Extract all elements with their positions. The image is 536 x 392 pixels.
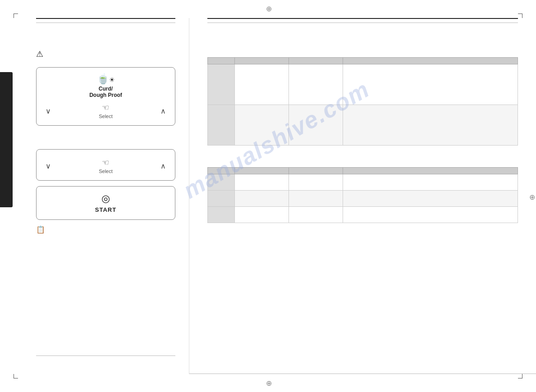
start-label: START bbox=[95, 206, 116, 213]
right-column bbox=[189, 18, 536, 374]
curd-icon: 🍵☀ bbox=[97, 73, 115, 85]
warning-icon: ⚠ bbox=[36, 49, 43, 59]
curd-nav-row: ∨ ☜ Select ∧ bbox=[41, 100, 170, 120]
top-rule-thin bbox=[36, 23, 175, 23]
table1-cell-0-0 bbox=[208, 64, 235, 105]
note-icon: 📋 bbox=[36, 225, 45, 234]
table1-header-1 bbox=[235, 58, 289, 64]
corner-tl bbox=[14, 14, 18, 18]
table2-header-3 bbox=[343, 168, 518, 174]
table1-cell-0-3 bbox=[343, 64, 518, 105]
right-top-rule-thick bbox=[207, 18, 518, 19]
table2-cell-0-0 bbox=[208, 174, 235, 191]
left-column: ⚠ 🍵☀ Curd/Dough Proof ∨ ☜ Select ∧ ∨ bbox=[0, 18, 189, 374]
table2-cell-1-0 bbox=[208, 191, 235, 207]
table2-row-2 bbox=[208, 207, 518, 223]
table1-cell-1-3 bbox=[343, 105, 518, 146]
select-nav-panel: ∨ ☜ Select ∧ bbox=[36, 149, 175, 181]
table2-cell-1-1 bbox=[235, 191, 289, 207]
select-nav-row: ∨ ☜ Select ∧ bbox=[41, 155, 170, 175]
corner-tr bbox=[518, 14, 522, 18]
corner-br bbox=[518, 374, 522, 378]
select-hand-icon[interactable]: ☜ bbox=[102, 158, 109, 168]
select-area: ☜ Select bbox=[99, 158, 113, 174]
curd-arrow-right[interactable]: ∧ bbox=[160, 107, 166, 115]
table2-row-1 bbox=[208, 191, 518, 207]
start-icon: ◎ bbox=[101, 193, 110, 205]
table2-cell-0-3 bbox=[343, 174, 518, 191]
top-rule-thick bbox=[36, 18, 175, 19]
table1-header-0 bbox=[208, 58, 235, 64]
table2-cell-0-2 bbox=[289, 174, 343, 191]
curd-select-label: Select bbox=[99, 114, 113, 119]
table1-header-2 bbox=[289, 58, 343, 64]
side-tab bbox=[0, 72, 13, 207]
curd-hand-icon[interactable]: ☜ bbox=[102, 103, 109, 113]
table1-cell-1-1 bbox=[235, 105, 289, 146]
table2-header-0 bbox=[208, 168, 235, 174]
select-arrow-left[interactable]: ∨ bbox=[46, 162, 51, 170]
curd-dough-panel: 🍵☀ Curd/Dough Proof ∨ ☜ Select ∧ bbox=[36, 67, 175, 126]
table2-header-1 bbox=[235, 168, 289, 174]
table1-cell-1-0 bbox=[208, 105, 235, 146]
table2-cell-2-1 bbox=[235, 207, 289, 223]
corner-bl bbox=[14, 374, 18, 378]
bottom-rule bbox=[36, 356, 175, 356]
curd-label: Curd/Dough Proof bbox=[89, 86, 122, 98]
table2-header-2 bbox=[289, 168, 343, 174]
right-top-rule-thin bbox=[207, 23, 518, 23]
table2-cell-2-2 bbox=[289, 207, 343, 223]
table-1 bbox=[207, 57, 518, 146]
table1-cell-0-2 bbox=[289, 64, 343, 105]
table1-cell-1-2 bbox=[289, 105, 343, 146]
table1-header-3 bbox=[343, 58, 518, 64]
curd-arrow-left[interactable]: ∨ bbox=[46, 107, 51, 115]
table1-row-0 bbox=[208, 64, 518, 105]
table2-row-0 bbox=[208, 174, 518, 191]
table-2 bbox=[207, 167, 518, 223]
curd-select-area: ☜ Select bbox=[99, 103, 113, 119]
table1-row-1 bbox=[208, 105, 518, 146]
panel-title: 🍵☀ Curd/Dough Proof bbox=[89, 73, 122, 98]
table2-cell-1-2 bbox=[289, 191, 343, 207]
select-label: Select bbox=[99, 169, 113, 174]
table2-cell-0-1 bbox=[235, 174, 289, 191]
table2-cell-2-3 bbox=[343, 207, 518, 223]
table2-cell-2-0 bbox=[208, 207, 235, 223]
select-arrow-right[interactable]: ∧ bbox=[160, 162, 166, 170]
table1-cell-0-1 bbox=[235, 64, 289, 105]
start-panel[interactable]: ◎ START bbox=[36, 186, 175, 220]
table2-cell-1-3 bbox=[343, 191, 518, 207]
right-bottom-rule bbox=[189, 374, 536, 374]
note-area: 📋 bbox=[36, 225, 175, 234]
warning-area: ⚠ bbox=[36, 48, 175, 59]
